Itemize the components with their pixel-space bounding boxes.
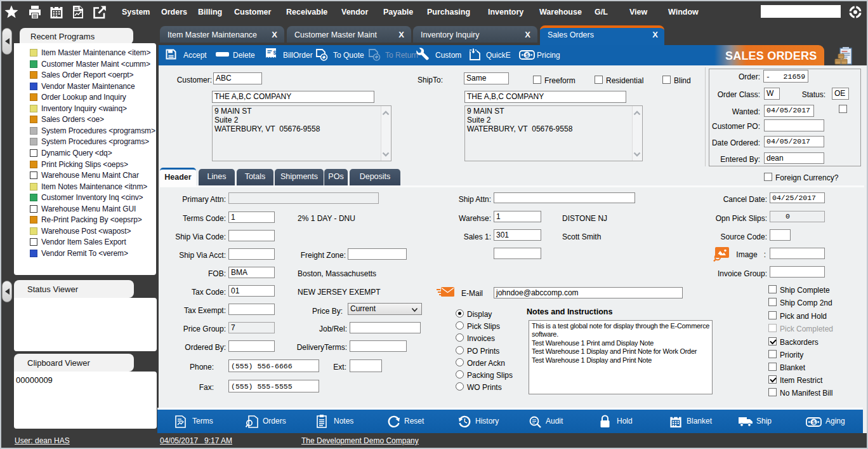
svg-text:$: $ — [273, 50, 277, 56]
svg-text:$: $ — [525, 51, 529, 58]
svg-text:$: $ — [812, 419, 816, 426]
